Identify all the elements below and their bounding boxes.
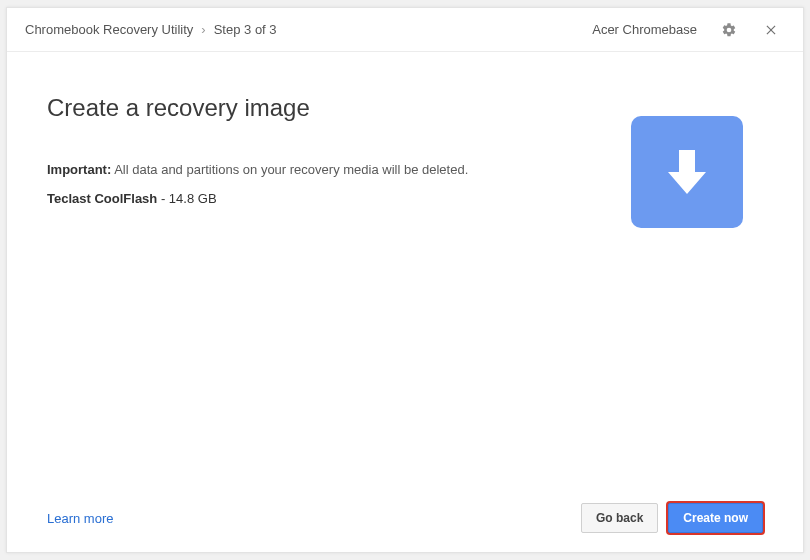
app-title: Chromebook Recovery Utility	[25, 22, 193, 37]
media-size: 14.8 GB	[169, 191, 217, 206]
breadcrumb-chevron: ›	[201, 22, 205, 37]
learn-more-link[interactable]: Learn more	[47, 511, 113, 526]
content-area: Create a recovery image Important: All d…	[7, 52, 803, 490]
titlebar: Chromebook Recovery Utility › Step 3 of …	[7, 8, 803, 52]
important-label: Important:	[47, 162, 111, 177]
create-now-button[interactable]: Create now	[668, 503, 763, 533]
media-sep: -	[157, 191, 169, 206]
device-name: Acer Chromebase	[592, 22, 697, 37]
download-arrow-icon	[631, 116, 743, 228]
important-message: All data and partitions on your recovery…	[111, 162, 468, 177]
close-icon[interactable]	[757, 16, 785, 44]
gear-icon[interactable]	[715, 16, 743, 44]
media-name: Teclast CoolFlash	[47, 191, 157, 206]
step-label: Step 3 of 3	[214, 22, 277, 37]
footer: Learn more Go back Create now	[7, 490, 803, 552]
go-back-button[interactable]: Go back	[581, 503, 658, 533]
app-window: Chromebook Recovery Utility › Step 3 of …	[6, 7, 804, 553]
